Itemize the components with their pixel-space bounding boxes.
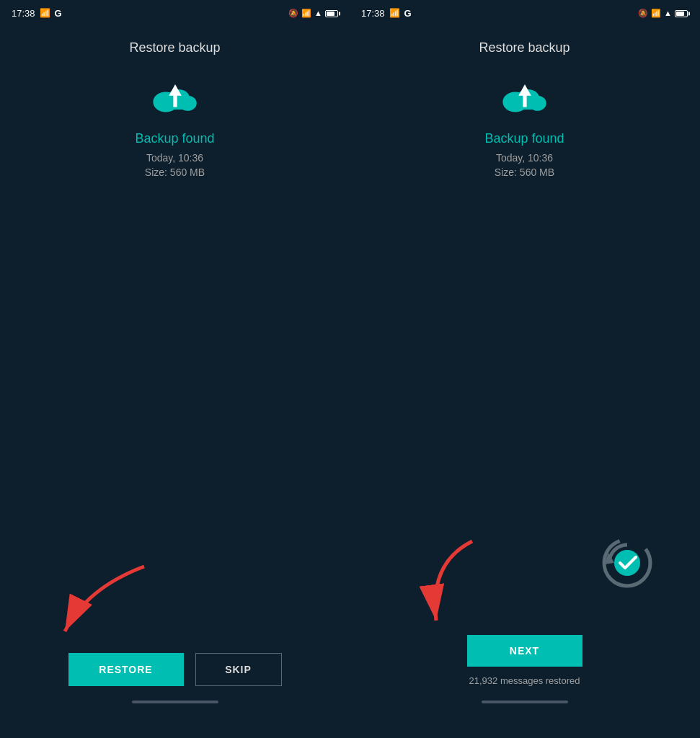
- restore-complete-icon: [598, 534, 656, 592]
- right-silent-icon: 🔕: [638, 9, 648, 18]
- right-status-bar: 17:38 📶 G 🔕 📶 ▲: [350, 0, 699, 26]
- right-backup-size: Size: 560 MB: [495, 166, 554, 178]
- left-status-bar: 17:38 📶 G 🔕 📶 ▲: [0, 0, 350, 26]
- right-phone-panel: 17:38 📶 G 🔕 📶 ▲ Restore backup: [350, 0, 699, 738]
- left-backup-size: Size: 560 MB: [145, 166, 205, 178]
- messages-restored-text: 21,932 messages restored: [469, 675, 580, 686]
- right-home-indicator-container: [482, 701, 568, 709]
- left-phone-panel: 17:38 📶 G 🔕 📶 ▲ Restore backup: [0, 0, 350, 738]
- left-battery-icon: [325, 9, 338, 17]
- right-restore-complete-container: [371, 534, 678, 635]
- left-cloud-upload-icon: [150, 77, 200, 117]
- left-home-indicator-container: [132, 701, 218, 709]
- restore-button[interactable]: RESTORE: [68, 653, 184, 686]
- right-battery-icon: [675, 9, 688, 17]
- right-carrier-icon: 📶: [389, 8, 400, 18]
- left-g-icon: G: [55, 8, 62, 19]
- left-bottom-area: RESTORE SKIP: [0, 545, 350, 738]
- right-content: Restore backup Backup found Today, 10:36…: [350, 26, 699, 288]
- right-backup-found: Backup found: [484, 131, 564, 146]
- right-status-left: 17:38 📶 G: [361, 8, 412, 19]
- left-wifi-icon: 📶: [301, 9, 311, 18]
- right-home-indicator: [482, 701, 568, 703]
- right-signal-icon: ▲: [664, 9, 672, 17]
- left-status-left: 17:38 📶 G: [12, 8, 62, 19]
- left-page-title: Restore backup: [129, 40, 220, 55]
- left-red-arrow: [29, 559, 173, 646]
- left-silent-icon: 🔕: [288, 9, 298, 18]
- right-page-title: Restore backup: [479, 40, 570, 55]
- right-red-arrow: [386, 534, 501, 635]
- right-bottom-area: NEXT 21,932 messages restored: [350, 520, 699, 738]
- svg-point-13: [614, 550, 640, 576]
- left-backup-date: Today, 10:36: [146, 152, 203, 164]
- right-status-right: 🔕 📶 ▲: [638, 9, 688, 18]
- right-cloud-upload-icon: [500, 77, 550, 117]
- skip-button[interactable]: SKIP: [195, 653, 282, 686]
- right-time: 17:38: [361, 8, 385, 19]
- left-backup-found: Backup found: [135, 131, 214, 146]
- left-home-indicator: [132, 701, 218, 703]
- left-time: 17:38: [12, 8, 35, 19]
- right-wifi-icon: 📶: [651, 9, 661, 18]
- left-signal-icon: ▲: [314, 9, 322, 17]
- left-carrier-icon: 📶: [40, 8, 50, 18]
- right-cloud-icon-container: [500, 77, 550, 120]
- right-backup-date: Today, 10:36: [496, 152, 553, 164]
- next-button[interactable]: NEXT: [467, 635, 582, 667]
- left-content: Restore backup Backup found Today, 10:36…: [0, 26, 350, 300]
- left-buttons-row: RESTORE SKIP: [22, 653, 328, 686]
- left-status-right: 🔕 📶 ▲: [288, 9, 338, 18]
- left-cloud-icon-container: [150, 77, 200, 120]
- right-g-icon: G: [404, 8, 412, 19]
- left-arrow-container: [22, 559, 328, 646]
